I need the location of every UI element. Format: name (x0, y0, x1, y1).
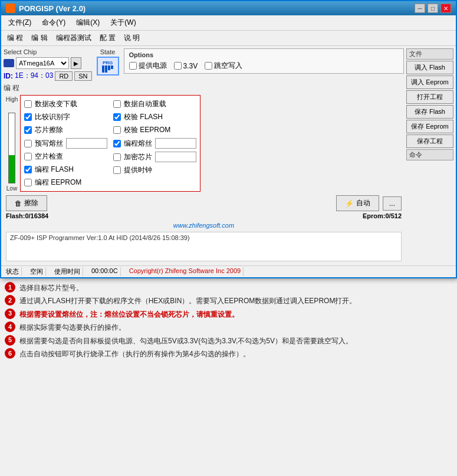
option-skip[interactable]: 跳空写入 (205, 61, 242, 71)
clock-label: 提供时钟 (124, 165, 152, 175)
auto-label: 自动 (356, 198, 370, 208)
note-num-6: 6 (5, 348, 15, 359)
prog-panel: 数据改变下载 比较识别字 芯片擦除 预写熔丝 (20, 95, 200, 192)
menu-command[interactable]: 命令(Y) (37, 17, 70, 29)
status-text: ZF-009+ ISP Programmer Ver:1.0 At HID (2… (10, 234, 190, 241)
compare-checkbox[interactable] (24, 113, 32, 121)
prog-item-prog-eeprom[interactable]: 编程 EEPROM (24, 178, 107, 188)
prog-item-erase[interactable]: 芯片擦除 (24, 125, 107, 135)
voltage-checkbox[interactable] (174, 62, 182, 70)
note-num-2: 2 (5, 295, 15, 306)
compare-label: 比较识别字 (35, 112, 70, 122)
top-row: Select Chip ATmega16A ▶ ID: 1E：94：03 RD … (4, 48, 404, 81)
chip-selector[interactable]: ATmega16A (16, 57, 69, 69)
right-panel: 文件 调入 Flash 调入 Eeprom 打开工程 保存 Flash 保存 E… (406, 48, 453, 263)
skip-checkbox[interactable] (205, 62, 212, 70)
toolbar-edit[interactable]: 编 辑 (28, 32, 51, 44)
note-num-4: 4 (5, 321, 15, 332)
encrypt-label: 加密芯片 (124, 152, 152, 162)
power-checkbox[interactable] (129, 62, 137, 70)
data-change-checkbox[interactable] (24, 100, 32, 108)
prog-fuse-label: 编程熔丝 (124, 139, 152, 149)
prog-item-data-change[interactable]: 数据改变下载 (24, 99, 107, 109)
prg-box: PRG (97, 57, 119, 75)
encrypt-value[interactable]: 0XFF (155, 152, 196, 162)
prog-item-pre-fuse[interactable]: 预写熔丝 0x99E1 (24, 138, 107, 149)
load-eeprom-button[interactable]: 调入 Eeprom (406, 75, 453, 89)
menu-edit[interactable]: 编辑(X) (71, 17, 104, 29)
save-project-button[interactable]: 保存工程 (406, 134, 453, 148)
menu-about[interactable]: 关于(W) (106, 17, 140, 29)
prog-item-compare[interactable]: 比较识别字 (24, 112, 107, 122)
prog-item-clock[interactable]: 提供时钟 (113, 165, 196, 175)
close-button[interactable]: ✕ (440, 4, 451, 13)
chip-row: ATmega16A ▶ (4, 57, 92, 69)
prog-eeprom-checkbox[interactable] (24, 179, 32, 186)
cmd-section-label: 命令 (406, 149, 453, 160)
select-chip-section: Select Chip ATmega16A ▶ ID: 1E：94：03 RD … (4, 48, 92, 81)
prog-flash-label: 编程 FLASH (35, 165, 74, 175)
prog-item-encrypt[interactable]: 加密芯片 0XFF (113, 152, 196, 162)
auto-reload-checkbox[interactable] (113, 100, 121, 108)
dots-button[interactable]: ... (383, 196, 402, 211)
flash-value: Flash:0/16384 (6, 212, 48, 219)
load-flash-button[interactable]: 调入 Flash (406, 61, 453, 74)
main-content: Select Chip ATmega16A ▶ ID: 1E：94：03 RD … (1, 46, 456, 265)
auto-icon: ⚡ (345, 199, 354, 208)
prog-item-prog-fuse[interactable]: 编程熔丝 0x99E1 (113, 138, 196, 149)
prg-bar-1 (102, 65, 104, 73)
prog-item-auto-reload[interactable]: 数据自动重载 (113, 99, 196, 109)
verify-eeprom-label: 校验 EEPROM (124, 125, 170, 135)
prog-flash-checkbox[interactable] (24, 166, 32, 173)
id-value: 1E：94：03 (15, 71, 53, 81)
level-bar-container (8, 113, 15, 183)
prog-item-blank[interactable]: 空片检查 (24, 152, 107, 162)
voltage-label: 3.3V (183, 62, 198, 70)
chip-arrow-button[interactable]: ▶ (71, 57, 81, 69)
auto-button[interactable]: ⚡ 自动 (336, 195, 379, 211)
save-flash-button[interactable]: 保存 Flash (406, 105, 453, 119)
note-row-2: 2 通过调入FLASH打开要下载的程序文件（HEX或BIN）。需要写入EEPRO… (5, 295, 452, 307)
pre-fuse-label: 预写熔丝 (35, 139, 63, 149)
blank-checkbox[interactable] (24, 153, 32, 160)
open-project-button[interactable]: 打开工程 (406, 90, 453, 104)
status-bar: 状态 空闲 使用时间 00:00:0C Copyright(r) Zhifeng… (1, 265, 456, 277)
select-chip-label: Select Chip (4, 48, 92, 55)
pre-fuse-value[interactable]: 0x99E1 (66, 138, 107, 149)
rd-button[interactable]: RD (55, 71, 73, 81)
low-text: Low (6, 185, 17, 192)
maximize-button[interactable]: □ (428, 4, 438, 13)
option-3v3[interactable]: 3.3V (174, 62, 198, 70)
toolbar-help[interactable]: 说 明 (120, 32, 143, 44)
prog-eeprom-label: 编程 EEPROM (35, 178, 81, 188)
erase-button[interactable]: 🗑 擦除 (6, 195, 47, 211)
prg-bar-4 (111, 65, 113, 69)
erase-label: 擦除 (24, 198, 38, 208)
note-row-4: 4 根据实际需要勾选要执行的操作。 (5, 321, 452, 333)
skip-label: 跳空写入 (214, 61, 242, 71)
save-eeprom-button[interactable]: 保存 Eeprom (406, 120, 453, 133)
option-power[interactable]: 提供电源 (129, 61, 167, 71)
verify-flash-checkbox[interactable] (113, 113, 121, 121)
chip-erase-checkbox[interactable] (24, 126, 32, 134)
menu-file[interactable]: 文件(Z) (4, 17, 36, 29)
prog-fuse-value[interactable]: 0x99E1 (155, 138, 196, 149)
note-text-6: 点击自动按钮即可执行烧录工作（执行的所有操作为第4步勾选的操作）。 (19, 348, 452, 360)
verify-eeprom-checkbox[interactable] (113, 126, 121, 134)
high-text: High (6, 96, 18, 103)
prog-item-prog-flash[interactable]: 编程 FLASH (24, 165, 107, 175)
clock-checkbox[interactable] (113, 166, 121, 174)
prog-item-verify-eeprom[interactable]: 校验 EEPROM (113, 125, 196, 135)
sn-button[interactable]: SN (74, 71, 91, 81)
prog-item-verify-flash[interactable]: 校验 FLASH (113, 112, 196, 122)
minimize-button[interactable]: ─ (415, 4, 425, 13)
prog-fuse-checkbox[interactable] (113, 140, 121, 147)
toolbar-config[interactable]: 配 置 (96, 32, 119, 44)
status-state-label: 状态 (4, 267, 22, 276)
toolbar-test[interactable]: 编程器测试 (52, 32, 95, 44)
power-label: 提供电源 (139, 61, 167, 71)
pre-fuse-checkbox[interactable] (24, 140, 32, 147)
toolbar-program[interactable]: 编 程 (4, 32, 27, 44)
encrypt-checkbox[interactable] (113, 153, 121, 161)
prog-left: 数据改变下载 比较识别字 芯片擦除 预写熔丝 (24, 99, 107, 188)
